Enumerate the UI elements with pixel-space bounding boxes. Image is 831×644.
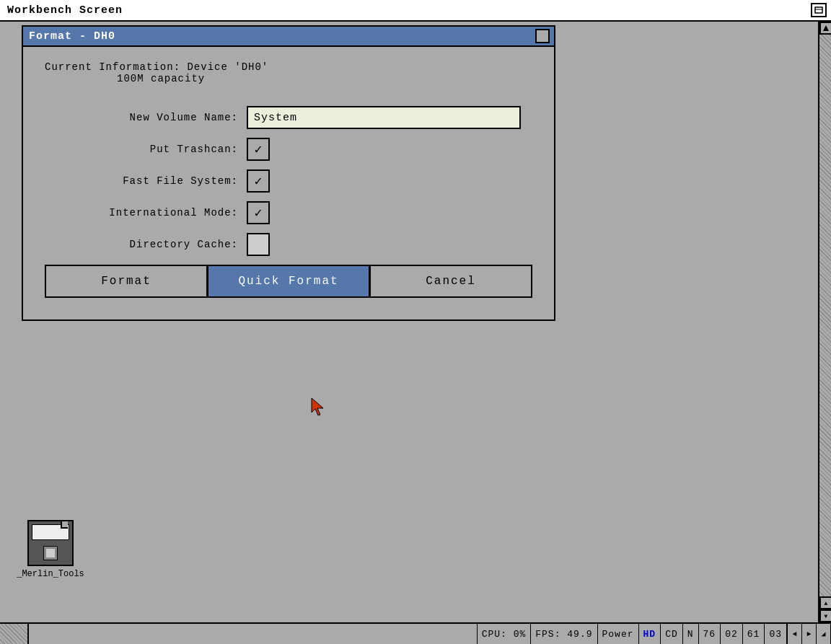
- international-mode-label: International Mode:: [45, 207, 247, 219]
- cd-status: CD: [660, 624, 682, 644]
- cpu-status: CPU: 0%: [477, 624, 531, 644]
- power-label: Power: [602, 629, 634, 640]
- directory-cache-checkbox[interactable]: [247, 233, 270, 256]
- scrollbar-up-arrow[interactable]: ▲: [819, 596, 831, 609]
- current-info: Current Information: Device 'DH0' 100M c…: [45, 61, 532, 84]
- put-trashcan-row: Put Trashcan:: [45, 138, 532, 161]
- format-dialog: Format - DH0 Current Information: Device…: [22, 25, 555, 321]
- status-bar-pattern: [0, 624, 29, 644]
- n-label: N: [687, 629, 694, 640]
- floppy-disk-icon: [27, 520, 74, 566]
- scrollbar-down-arrow[interactable]: ▼: [819, 609, 831, 622]
- put-trashcan-checkbox[interactable]: [247, 138, 270, 161]
- desktop-scrollbar: ▲ ▼: [818, 22, 831, 622]
- volume-name-row: New Volume Name:: [45, 106, 532, 129]
- hd-label: HD: [643, 629, 656, 640]
- fast-file-system-row: Fast File System:: [45, 169, 532, 193]
- status-scroll-buttons: ◄ ► ◢: [786, 624, 831, 644]
- workbench-title: Workbench Screen: [7, 4, 123, 17]
- svg-marker-2: [823, 25, 829, 31]
- svg-rect-0: [815, 7, 822, 13]
- dialog-title: Format - DH0: [29, 30, 115, 43]
- volume-name-input[interactable]: [247, 106, 521, 129]
- val76: 76: [703, 629, 716, 640]
- format-button[interactable]: Format: [45, 265, 207, 298]
- fast-file-system-label: Fast File System:: [45, 175, 247, 187]
- current-info-line1: Current Information: Device 'DH0': [45, 61, 532, 73]
- put-trashcan-label: Put Trashcan:: [45, 144, 247, 155]
- power-status: Power: [597, 624, 638, 644]
- desktop: ▲ ▼ Format - DH0 Current Information: De…: [0, 22, 831, 622]
- floppy-shutter: [43, 546, 58, 560]
- val03-status: 03: [764, 624, 786, 644]
- val61: 61: [747, 629, 760, 640]
- dialog-window-icon[interactable]: [535, 29, 550, 43]
- international-mode-checkbox[interactable]: [247, 201, 270, 224]
- status-scroll-left[interactable]: ◄: [788, 624, 802, 644]
- cpu-value: 0%: [514, 629, 527, 640]
- fps-status: FPS: 49.9: [530, 624, 597, 644]
- fps-label: FPS:: [535, 629, 560, 640]
- fps-value: 49.9: [567, 629, 592, 640]
- workbench-window-icon[interactable]: [811, 3, 827, 17]
- dialog-content: Current Information: Device 'DH0' 100M c…: [23, 47, 554, 319]
- merlin-tools-icon[interactable]: _Merlin_Tools: [22, 520, 79, 579]
- international-mode-row: International Mode:: [45, 201, 532, 224]
- status-resize[interactable]: ◢: [817, 624, 831, 644]
- scrollbar-track[interactable]: [819, 35, 831, 596]
- fast-file-system-checkbox[interactable]: [247, 169, 270, 193]
- val03: 03: [769, 629, 782, 640]
- n-status: N: [682, 624, 698, 644]
- val61-status: 61: [742, 624, 765, 644]
- status-bar: CPU: 0% FPS: 49.9 Power HD CD N 76 02 61…: [0, 622, 831, 644]
- val02-status: 02: [720, 624, 742, 644]
- directory-cache-label: Directory Cache:: [45, 239, 247, 250]
- cd-label: CD: [665, 629, 678, 640]
- volume-name-label: New Volume Name:: [45, 112, 247, 123]
- merlin-tools-label: _Merlin_Tools: [17, 569, 84, 579]
- cpu-label: CPU:: [482, 629, 507, 640]
- buttons-row: Format Quick Format Cancel: [45, 265, 532, 298]
- val02: 02: [725, 629, 738, 640]
- hd-status: HD: [638, 624, 661, 644]
- val76-status: 76: [698, 624, 721, 644]
- status-bar-right: CPU: 0% FPS: 49.9 Power HD CD N 76 02 61…: [477, 624, 831, 644]
- cancel-button[interactable]: Cancel: [370, 265, 532, 298]
- scrollbar-top-button[interactable]: [819, 22, 831, 35]
- quick-format-button[interactable]: Quick Format: [207, 265, 370, 298]
- scrollbar-bottom-buttons: ▲ ▼: [819, 596, 831, 622]
- current-info-line2: 100M capacity: [117, 73, 532, 84]
- floppy-notch: [61, 521, 68, 529]
- dialog-titlebar: Format - DH0: [23, 27, 554, 47]
- workbench-titlebar: Workbench Screen: [0, 0, 831, 22]
- status-scroll-right[interactable]: ►: [802, 624, 817, 644]
- directory-cache-row: Directory Cache:: [45, 233, 532, 256]
- svg-marker-3: [312, 398, 323, 415]
